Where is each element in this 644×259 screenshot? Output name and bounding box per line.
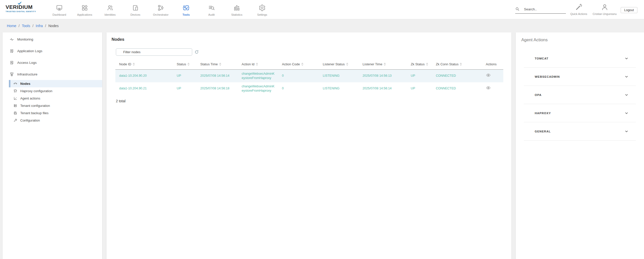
quick-actions-label: Quick Actions [570, 12, 587, 15]
wrench-icon [13, 118, 17, 122]
view-node-button[interactable] [486, 85, 491, 90]
document-icon [10, 61, 14, 65]
cell-listener_status: LISTENING [319, 82, 359, 95]
sort-caret-icon [187, 63, 190, 66]
agent-actions-accordion: TOMCATWEBSECADMINOPAHAPROXYGENERAL [516, 49, 644, 141]
user-menu[interactable]: Cristian Ungureanu [592, 0, 618, 15]
sort-caret-icon [219, 63, 221, 66]
sidebar-subitem-label: Nodes [20, 82, 30, 86]
column-header-actions: Actions [482, 60, 503, 70]
breadcrumb-separator: / [45, 24, 46, 28]
refresh-button[interactable] [194, 49, 199, 55]
sidebar-item-infrastructure[interactable]: Infrastructure [3, 68, 102, 80]
haproxy-icon [13, 89, 17, 93]
cell-status_time: 2025/07/08 14:56:18 [196, 82, 238, 95]
column-header-zk_conn_status[interactable]: Zk Conn Status [432, 60, 482, 70]
sort-caret-icon [384, 63, 386, 66]
sidebar-subitem-tenant-backup-files[interactable]: Tenant backup files [9, 109, 102, 117]
column-header-status[interactable]: Status [173, 60, 196, 70]
column-header-status_time[interactable]: Status Time [196, 60, 238, 70]
nav-item-audit[interactable]: Audit [199, 0, 224, 19]
filter-nodes-input[interactable] [116, 48, 192, 56]
sidebar-item-monitoring[interactable]: Monitoring [3, 33, 102, 45]
agent-actions-section-websecadmin[interactable]: WEBSECADMIN [524, 68, 636, 86]
logout-button[interactable]: Logout [621, 7, 637, 13]
column-header-action_code[interactable]: Action Code [278, 60, 319, 70]
main-nav: DashboardApplicationsIdentitiesDevicesOr… [47, 0, 275, 19]
nav-item-orchestrator[interactable]: Orchestrator [148, 0, 173, 19]
sidebar-subitem-configuration[interactable]: Configuration [9, 117, 102, 124]
chevron-down-icon [625, 130, 628, 133]
sort-caret-icon [346, 63, 348, 66]
refresh-icon [194, 50, 199, 54]
sidebar-item-label: Infrastructure [17, 72, 38, 76]
infrastructure-icon [10, 72, 14, 76]
breadcrumb-item-tools[interactable]: Tools [22, 24, 30, 28]
nodes-table: Node IDStatusStatus TimeAction IdAction … [115, 60, 503, 95]
breadcrumb-item-infra[interactable]: Infra [36, 24, 43, 28]
nav-item-applications[interactable]: Applications [72, 0, 97, 19]
column-header-label: Status [177, 62, 186, 66]
column-header-listener_status[interactable]: Listener Status [319, 60, 359, 70]
sort-caret-icon [460, 63, 462, 66]
quick-actions-button[interactable]: Quick Actions [566, 0, 592, 15]
sort-caret-icon [301, 63, 303, 66]
nav-item-label: Orchestrator [153, 13, 168, 16]
sidebar-item-application-logs[interactable]: Application Logs [3, 45, 102, 57]
nav-item-identities[interactable]: Identities [97, 0, 123, 19]
applications-icon [81, 4, 88, 11]
eye-icon [486, 85, 491, 90]
column-header-label: Node ID [119, 62, 131, 66]
agent-actions-section-haproxy[interactable]: HAPROXY [524, 104, 636, 122]
nav-item-label: Devices [130, 13, 140, 16]
column-header-label: Listener Status [323, 62, 345, 66]
column-header-zk_status[interactable]: Zk Status [407, 60, 432, 70]
content: MonitoringApplication LogsAccess LogsInf… [0, 32, 644, 259]
column-header-label: Actions [486, 62, 497, 66]
view-node-button[interactable] [486, 73, 491, 78]
nav-item-dashboard[interactable]: Dashboard [47, 0, 72, 19]
nav-item-settings[interactable]: Settings [249, 0, 275, 19]
nav-item-label: Applications [77, 13, 92, 16]
nav-item-label: Dashboard [52, 13, 66, 16]
nav-item-label: Settings [257, 13, 267, 16]
sidebar: MonitoringApplication LogsAccess LogsInf… [3, 32, 102, 259]
nav-item-tools[interactable]: Tools [173, 0, 199, 19]
nav-item-label: Identities [104, 13, 116, 16]
settings-icon [259, 4, 266, 11]
breadcrumb-item-home[interactable]: Home [7, 24, 16, 28]
sidebar-subitem-haproxy-configuration[interactable]: Haproxy configuration [9, 87, 102, 95]
column-header-listener_time[interactable]: Listener Time [359, 60, 407, 70]
cell-listener_time: 2025/07/08 14:56:13 [359, 70, 407, 82]
cell-action_code: 0 [278, 70, 319, 82]
column-header-node_id[interactable]: Node ID [115, 60, 173, 70]
sort-caret-icon [426, 63, 428, 66]
agent-actions-section-general[interactable]: GENERAL [524, 122, 636, 141]
agent-actions-title: Agent Actions [521, 37, 644, 43]
user-icon [601, 3, 609, 11]
agent-actions-section-opa[interactable]: OPA [524, 86, 636, 104]
chevron-down-icon [625, 111, 628, 115]
nav-item-statistics[interactable]: Statistics [224, 0, 249, 19]
sidebar-item-access-logs[interactable]: Access Logs [3, 57, 102, 68]
table-header-row: Node IDStatusStatus TimeAction IdAction … [115, 60, 503, 70]
search-icon [515, 7, 520, 11]
tenant-servers-icon [13, 104, 17, 108]
cell-node_id: data1-10.204.90.20 [115, 70, 173, 82]
dashboard-icon [56, 4, 63, 11]
nav-item-devices[interactable]: Devices [123, 0, 148, 19]
chevron-down-icon [625, 57, 628, 60]
brand-logo[interactable]: VERIDIUM TRUSTED DIGITAL IDENTITY [6, 0, 44, 19]
sidebar-subitem-nodes[interactable]: Nodes [9, 80, 102, 87]
agent-actions-section-tomcat[interactable]: TOMCAT [524, 49, 636, 68]
agent-actions-section-label: WEBSECADMIN [535, 75, 560, 78]
sidebar-subitem-agent-actions[interactable]: Agent actions [9, 95, 102, 102]
brand-name: VERIDIUM [6, 4, 44, 10]
cell-action_code: 0 [278, 82, 319, 95]
sidebar-subitem-label: Agent actions [20, 96, 40, 100]
brand-tagline: TRUSTED DIGITAL IDENTITY [6, 10, 44, 13]
search-input[interactable] [524, 7, 562, 11]
column-header-action_id[interactable]: Action Id [238, 60, 278, 70]
sidebar-subitem-tenant-configuration[interactable]: Tenant configuration [9, 102, 102, 109]
column-header-label: Status Time [200, 62, 218, 66]
